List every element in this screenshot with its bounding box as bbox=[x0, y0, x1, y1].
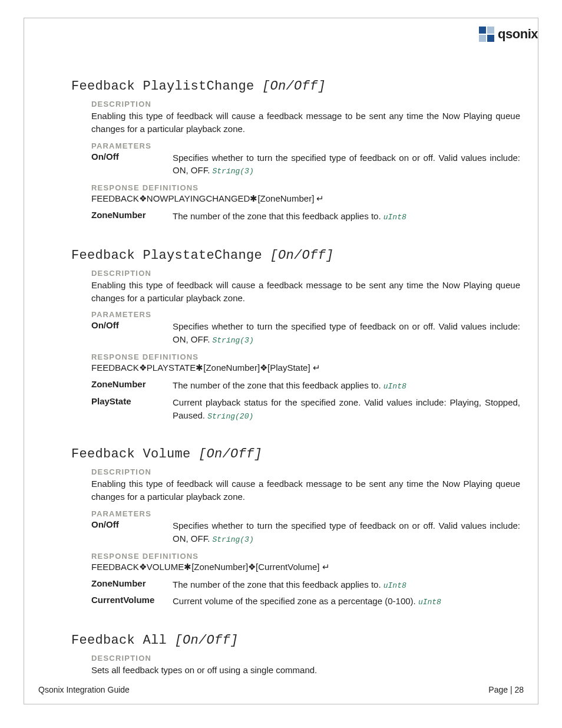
command-title: Feedback PlaylistChange [On/Off] bbox=[71, 79, 520, 94]
page-footer: Qsonix Integration Guide Page | 28 bbox=[38, 685, 524, 694]
description-label: DESCRIPTION bbox=[91, 467, 520, 476]
description-text: Sets all feedback types on or off using … bbox=[91, 664, 520, 677]
parameter-name: On/Off bbox=[91, 519, 173, 546]
response-param-desc: Current playback status for the specifie… bbox=[173, 396, 520, 423]
parameter-desc: Specifies whether to turn the specified … bbox=[173, 519, 520, 546]
section-body: DESCRIPTIONEnabling this type of feedbac… bbox=[91, 467, 520, 608]
parameter-name: On/Off bbox=[91, 320, 173, 347]
command-title: Feedback PlaystateChange [On/Off] bbox=[71, 248, 520, 263]
type-annotation: String(20) bbox=[207, 412, 253, 421]
parameters-label: PARAMETERS bbox=[91, 509, 520, 518]
parameter-desc: Specifies whether to turn the specified … bbox=[173, 320, 520, 347]
response-format: FEEDBACK❖VOLUME✱[ZoneNumber]❖[CurrentVol… bbox=[91, 562, 520, 572]
command-arg: [On/Off] bbox=[199, 447, 262, 462]
footer-left: Qsonix Integration Guide bbox=[38, 685, 130, 694]
description-text: Enabling this type of feedback will caus… bbox=[91, 279, 520, 305]
response-param-row: ZoneNumberThe number of the zone that th… bbox=[91, 379, 520, 393]
command-name: Feedback All bbox=[71, 633, 175, 648]
command-name: Feedback PlaylistChange bbox=[71, 79, 262, 94]
command-section: Feedback PlaylistChange [On/Off]DESCRIPT… bbox=[71, 79, 520, 223]
command-section: Feedback PlaystateChange [On/Off]DESCRIP… bbox=[71, 248, 520, 423]
type-annotation: String(3) bbox=[213, 167, 254, 176]
response-param-desc: Current volume of the specified zone as … bbox=[173, 595, 520, 608]
command-section: Feedback Volume [On/Off]DESCRIPTIONEnabl… bbox=[71, 447, 520, 608]
type-annotation: String(3) bbox=[213, 336, 254, 345]
response-param-row: PlayStateCurrent playback status for the… bbox=[91, 396, 520, 423]
command-title: Feedback All [On/Off] bbox=[71, 633, 520, 648]
response-param-row: CurrentVolumeCurrent volume of the speci… bbox=[91, 595, 520, 608]
response-param-name: ZoneNumber bbox=[91, 578, 173, 592]
logo-icon bbox=[479, 27, 494, 42]
command-section: Feedback All [On/Off]DESCRIPTIONSets all… bbox=[71, 633, 520, 677]
content-area: Feedback PlaylistChange [On/Off]DESCRIPT… bbox=[71, 29, 520, 677]
response-param-row: ZoneNumberThe number of the zone that th… bbox=[91, 578, 520, 592]
section-body: DESCRIPTIONEnabling this type of feedbac… bbox=[91, 100, 520, 223]
command-name: Feedback PlaystateChange bbox=[71, 248, 270, 263]
type-annotation: uInt8 bbox=[418, 598, 441, 607]
type-annotation: String(3) bbox=[213, 535, 254, 544]
command-title: Feedback Volume [On/Off] bbox=[71, 447, 520, 462]
section-body: DESCRIPTIONSets all feedback types on or… bbox=[91, 654, 520, 677]
description-text: Enabling this type of feedback will caus… bbox=[91, 110, 520, 136]
response-format: FEEDBACK❖PLAYSTATE✱[ZoneNumber]❖[PlaySta… bbox=[91, 363, 520, 373]
parameters-label: PARAMETERS bbox=[91, 141, 520, 150]
parameter-name: On/Off bbox=[91, 151, 173, 178]
response-param-desc: The number of the zone that this feedbac… bbox=[173, 210, 520, 223]
document-page: qsonix Feedback PlaylistChange [On/Off]D… bbox=[0, 0, 562, 728]
command-name: Feedback Volume bbox=[71, 447, 199, 462]
page-frame: qsonix Feedback PlaylistChange [On/Off]D… bbox=[24, 18, 538, 704]
response-param-row: ZoneNumberThe number of the zone that th… bbox=[91, 210, 520, 223]
description-label: DESCRIPTION bbox=[91, 100, 520, 108]
response-param-name: CurrentVolume bbox=[91, 595, 173, 608]
description-label: DESCRIPTION bbox=[91, 654, 520, 663]
response-param-desc: The number of the zone that this feedbac… bbox=[173, 379, 520, 393]
brand-name: qsonix bbox=[498, 27, 538, 42]
command-arg: [On/Off] bbox=[175, 633, 239, 648]
response-definitions-label: RESPONSE DEFINITIONS bbox=[91, 552, 520, 561]
description-text: Enabling this type of feedback will caus… bbox=[91, 477, 520, 503]
type-annotation: uInt8 bbox=[384, 382, 406, 391]
type-annotation: uInt8 bbox=[384, 581, 406, 590]
brand-logo: qsonix bbox=[479, 27, 538, 42]
response-definitions-label: RESPONSE DEFINITIONS bbox=[91, 183, 520, 192]
parameters-label: PARAMETERS bbox=[91, 310, 520, 319]
type-annotation: uInt8 bbox=[384, 213, 406, 222]
section-body: DESCRIPTIONEnabling this type of feedbac… bbox=[91, 269, 520, 423]
parameter-desc: Specifies whether to turn the specified … bbox=[173, 151, 520, 178]
response-param-name: ZoneNumber bbox=[91, 379, 173, 393]
response-definitions-label: RESPONSE DEFINITIONS bbox=[91, 353, 520, 361]
footer-right: Page | 28 bbox=[488, 685, 524, 694]
command-arg: [On/Off] bbox=[270, 248, 334, 263]
parameter-row: On/OffSpecifies whether to turn the spec… bbox=[91, 151, 520, 178]
description-label: DESCRIPTION bbox=[91, 269, 520, 278]
response-param-name: ZoneNumber bbox=[91, 210, 173, 223]
parameter-row: On/OffSpecifies whether to turn the spec… bbox=[91, 320, 520, 347]
parameter-row: On/OffSpecifies whether to turn the spec… bbox=[91, 519, 520, 546]
response-param-name: PlayState bbox=[91, 396, 173, 423]
response-param-desc: The number of the zone that this feedbac… bbox=[173, 578, 520, 592]
command-arg: [On/Off] bbox=[262, 79, 326, 94]
response-format: FEEDBACK❖NOWPLAYINGCHANGED✱[ZoneNumber] … bbox=[91, 193, 520, 204]
